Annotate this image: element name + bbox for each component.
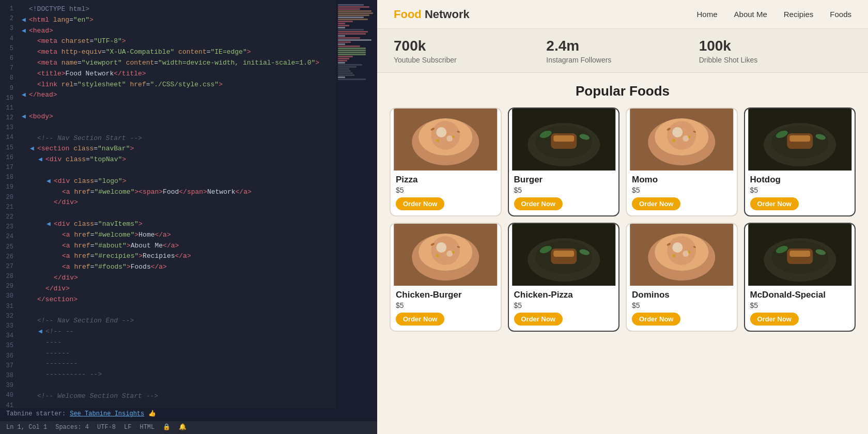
nav-recipies[interactable]: Recipies — [784, 10, 814, 19]
stat-instagram-label: Instagram Followers — [546, 56, 699, 64]
food-image-hotdog — [745, 109, 855, 171]
food-info-hotdog: Hotdog$5Order Now — [745, 171, 855, 215]
code-line-16 — [22, 165, 332, 176]
stat-instagram-value: 2.4m — [546, 37, 699, 55]
svg-point-59 — [683, 251, 689, 257]
svg-point-40 — [436, 242, 446, 253]
food-price-burger: $5 — [514, 186, 614, 194]
stat-dribble-label: Dribble Shot Likes — [699, 56, 851, 64]
svg-rect-14 — [553, 135, 574, 142]
code-line-2: ◀ <html lang="en"> — [22, 15, 332, 26]
code-line-25: <a href="#foods">Foods</a> — [22, 262, 332, 273]
food-price-mcdonalds: $5 — [750, 301, 850, 309]
food-name-chicken-pizza: Chicken-Pizza — [514, 290, 614, 300]
editor-minimap — [336, 0, 377, 408]
code-line-23: <a href="#about">About Me</a> — [22, 241, 332, 252]
order-button-chicken-pizza[interactable]: Order Now — [514, 313, 563, 326]
tabnine-insights-link[interactable]: See Tabnine Insights — [70, 409, 144, 419]
order-button-hotdog[interactable]: Order Now — [750, 197, 799, 210]
food-price-chicken-pizza: $5 — [514, 301, 614, 309]
order-button-burger[interactable]: Order Now — [514, 197, 563, 210]
logo-network-text: Network — [425, 8, 470, 21]
encoding-indicator: UTF-8 — [97, 423, 116, 432]
nav-home[interactable]: Home — [697, 10, 718, 19]
nav-about[interactable]: About Me — [734, 10, 767, 19]
food-info-momo: Momo$5Order Now — [627, 171, 737, 215]
svg-point-63 — [688, 251, 691, 253]
code-area[interactable]: <!DOCTYPE html> ◀ <html lang="en"> ◀ <he… — [16, 0, 336, 408]
code-line-29 — [22, 305, 332, 316]
food-image-momo — [627, 109, 737, 171]
food-name-burger: Burger — [514, 175, 614, 185]
logo-food-text: Food — [394, 8, 422, 21]
svg-point-23 — [683, 135, 689, 142]
order-button-chicken-burger[interactable]: Order Now — [396, 313, 444, 326]
code-line-11: ◀ <body> — [22, 112, 332, 122]
order-button-dominos[interactable]: Order Now — [632, 313, 680, 326]
food-name-dominos: Dominos — [632, 290, 732, 300]
food-info-mcdonalds: McDonald-Special$5Order Now — [745, 286, 855, 331]
code-line-13: <!-- Nav Section Start --> — [22, 133, 332, 144]
food-card-burger: Burger$5Order Now — [508, 107, 620, 216]
order-button-pizza[interactable]: Order Now — [396, 197, 444, 210]
food-image-chicken-burger — [391, 224, 501, 286]
stat-dribble: 100k Dribble Shot Likes — [699, 37, 851, 64]
order-button-momo[interactable]: Order Now — [632, 197, 680, 210]
food-card-hotdog: Hotdog$5Order Now — [744, 107, 856, 216]
code-line-19: </div> — [22, 197, 332, 208]
code-line-32: ---- — [22, 337, 332, 348]
code-line-18: <a href="#welcome"><span>Food</span> Net… — [22, 187, 332, 198]
svg-point-4 — [436, 127, 446, 137]
food-price-pizza: $5 — [396, 186, 495, 194]
code-line-27: </div> — [22, 284, 332, 295]
food-card-chicken-burger: Chicken-Burger$5Order Now — [390, 223, 502, 332]
code-line-5: <meta http-equiv="X-UA-Compatible" conte… — [22, 47, 332, 58]
code-line-35: ---------- --> — [22, 369, 332, 380]
code-line-10 — [22, 101, 332, 112]
food-name-mcdonalds: McDonald-Special — [750, 290, 850, 300]
svg-point-44 — [436, 254, 439, 257]
lock-icon: 🔒 — [163, 423, 171, 432]
stat-dribble-value: 100k — [699, 37, 851, 55]
stat-instagram: 2.4m Instagram Followers — [546, 37, 699, 64]
code-line-15: ◀ <div class="topNav"> — [22, 154, 332, 165]
code-line-14: ◀ <section class="navBar"> — [22, 144, 332, 154]
food-image-chicken-pizza — [509, 224, 619, 286]
code-line-21: ◀ <div class="navItems"> — [22, 219, 332, 230]
food-name-chicken-burger: Chicken-Burger — [396, 290, 495, 300]
food-card-chicken-pizza: Chicken-Pizza$5Order Now — [508, 223, 620, 332]
preview-panel: Food Network Home About Me Recipies Food… — [377, 0, 868, 434]
svg-point-9 — [452, 135, 455, 138]
food-price-hotdog: $5 — [750, 186, 850, 194]
code-editor[interactable]: 12345 678910 1112131415 1617181920 21222… — [0, 0, 377, 434]
food-image-dominos — [627, 224, 737, 286]
svg-point-41 — [446, 251, 453, 257]
code-line-7: <title>Food Network</title> — [22, 69, 332, 80]
code-line-9: ◀ </head> — [22, 90, 332, 101]
code-line-34: -------- — [22, 359, 332, 369]
line-ending-indicator: LF — [124, 423, 131, 432]
tabnine-bar: Tabnine starter: See Tabnine Insights 👍 — [0, 408, 377, 421]
order-button-mcdonalds[interactable]: Order Now — [750, 313, 799, 326]
svg-point-62 — [672, 254, 675, 257]
code-line-24: <a href="#recipies">Recipies</a> — [22, 251, 332, 262]
code-line-36 — [22, 380, 332, 391]
food-info-chicken-burger: Chicken-Burger$5Order Now — [391, 286, 501, 331]
code-line-22: <a href="#welcome">Home</a> — [22, 230, 332, 241]
code-line-26: </div> — [22, 273, 332, 284]
code-line-20 — [22, 208, 332, 219]
svg-point-58 — [672, 242, 683, 253]
food-name-momo: Momo — [632, 175, 732, 185]
food-card-momo: Momo$5Order Now — [626, 107, 738, 216]
code-line-28: </section> — [22, 295, 332, 305]
code-line-6: <meta name="viewport" content="width=dev… — [22, 58, 332, 69]
stat-youtube-label: Youtube Subscriber — [394, 56, 546, 64]
code-line-4: <meta charset="UTF-8"> — [22, 36, 332, 47]
tabnine-label: Tabnine starter: — [6, 409, 66, 419]
code-line-30: <!-- Nav Section End --> — [22, 316, 332, 327]
code-line-33: ------ — [22, 348, 332, 359]
nav-foods[interactable]: Foods — [830, 10, 851, 19]
food-grid: Pizza$5Order Now Burger$5Order Now Momo$… — [390, 107, 856, 332]
food-card-mcdonalds: McDonald-Special$5Order Now — [744, 223, 856, 332]
svg-point-8 — [436, 139, 439, 142]
